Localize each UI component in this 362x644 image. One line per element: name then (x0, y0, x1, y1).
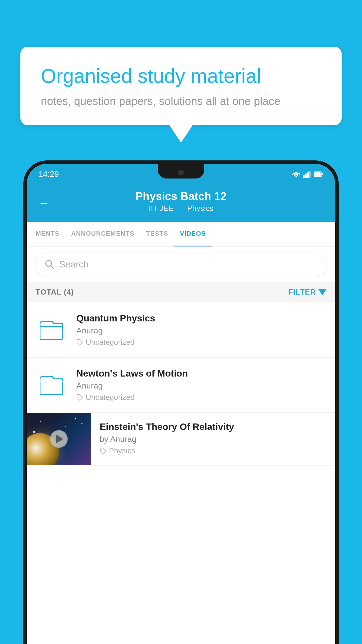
list-item[interactable]: Quantum Physics Anurag Uncategorized (27, 302, 335, 358)
battery-icon (314, 171, 324, 177)
svg-rect-3 (307, 172, 309, 178)
svg-point-0 (296, 176, 297, 178)
list-item[interactable]: Einstein's Theory Of Relativity by Anura… (27, 413, 335, 466)
speech-bubble: Organised study material notes, question… (20, 47, 342, 125)
item-info: Einstein's Theory Of Relativity by Anura… (91, 413, 335, 464)
svg-point-15 (78, 396, 79, 396)
tab-announcements[interactable]: ANNOUNCEMENTS (65, 222, 140, 246)
speech-bubble-heading: Organised study material (41, 64, 321, 88)
status-bar: 14:29 (27, 164, 335, 184)
back-button[interactable]: ← (38, 197, 49, 209)
search-placeholder: Search (59, 259, 89, 270)
wifi-icon (291, 171, 301, 178)
svg-line-9 (51, 265, 54, 268)
tag-icon (76, 339, 83, 346)
item-info: Newton's Laws of Motion Anurag Uncategor… (76, 368, 326, 402)
filter-icon (318, 289, 326, 295)
svg-rect-2 (305, 174, 307, 178)
search-icon (45, 259, 55, 269)
phone-screen: 14:29 (27, 164, 335, 644)
signal-icon (303, 171, 311, 178)
item-author: Anurag (76, 326, 326, 335)
video-thumbnail (27, 413, 91, 465)
item-title: Einstein's Theory Of Relativity (100, 421, 326, 432)
filter-label: FILTER (288, 288, 316, 297)
total-count: TOTAL (4) (36, 288, 74, 297)
svg-rect-1 (303, 175, 305, 178)
folder-icon (40, 320, 63, 340)
item-thumbnail (36, 369, 68, 401)
status-time: 14:29 (38, 169, 59, 179)
item-tag-text: Physics (109, 446, 135, 455)
item-title: Quantum Physics (76, 313, 326, 324)
item-tag: Physics (100, 446, 326, 455)
search-container: Search (27, 247, 335, 282)
app-title: Physics Batch 12 (38, 190, 324, 203)
phone-inner: 14:29 (27, 164, 335, 644)
svg-point-12 (78, 340, 79, 341)
play-button[interactable] (50, 430, 68, 448)
item-info: Quantum Physics Anurag Uncategorized (76, 313, 326, 347)
camera (178, 170, 184, 176)
item-tag-text: Uncategorized (86, 338, 135, 347)
tab-ments[interactable]: MENTS (30, 222, 65, 246)
video-list: Quantum Physics Anurag Uncategorized (27, 302, 335, 466)
notch (158, 164, 204, 178)
item-title: Newton's Laws of Motion (76, 368, 326, 379)
item-tag: Uncategorized (76, 393, 326, 402)
phone-frame: 14:29 (23, 160, 339, 644)
filter-bar: TOTAL (4) FILTER (27, 282, 335, 302)
item-author: Anurag (76, 381, 326, 391)
svg-rect-4 (309, 171, 311, 178)
svg-rect-6 (322, 173, 323, 175)
speech-bubble-container: Organised study material notes, question… (20, 47, 342, 143)
status-icons (291, 171, 324, 178)
subtitle-iit: IIT JEE (149, 204, 173, 213)
svg-rect-13 (40, 381, 63, 395)
list-item[interactable]: Newton's Laws of Motion Anurag Uncategor… (27, 358, 335, 413)
item-tag: Uncategorized (76, 338, 326, 347)
tabs-bar: MENTS ANNOUNCEMENTS TESTS VIDEOS (27, 222, 335, 247)
folder-icon (40, 375, 63, 395)
item-tag-text: Uncategorized (86, 393, 135, 402)
search-bar[interactable]: Search (36, 253, 326, 276)
item-author: by Anurag (100, 435, 326, 444)
svg-rect-7 (314, 172, 321, 176)
play-icon (56, 434, 63, 444)
speech-bubble-subtext: notes, question papers, solutions all at… (41, 95, 321, 108)
app-subtitle: IIT JEE Physics (38, 204, 324, 213)
filter-button[interactable]: FILTER (288, 288, 326, 297)
tag-icon (100, 447, 107, 454)
app-header: ← Physics Batch 12 IIT JEE Physics (27, 184, 335, 222)
subtitle-physics: Physics (187, 204, 213, 213)
tab-tests[interactable]: TESTS (140, 222, 174, 246)
tab-videos[interactable]: VIDEOS (174, 222, 212, 246)
tag-icon (76, 394, 83, 401)
speech-bubble-tail (169, 125, 193, 143)
item-thumbnail (36, 314, 68, 346)
svg-point-16 (101, 449, 102, 450)
